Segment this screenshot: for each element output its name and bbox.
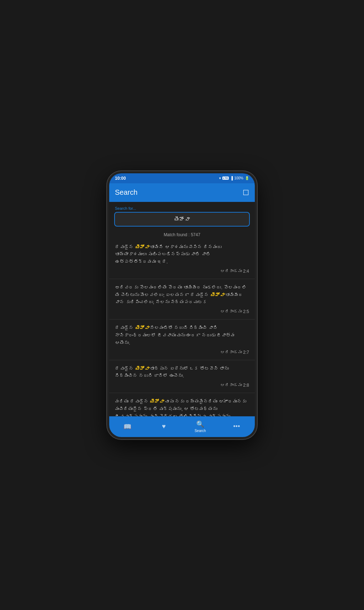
result-highlight: యెహోవా — [135, 325, 149, 331]
search-area: Search for... యెహోవా — [109, 202, 255, 229]
result-text-before: మరియు దేవుడైన — [115, 399, 150, 404]
result-reference: ఆదికాండము 2:4 — [115, 269, 249, 274]
main-content: Search for... యెహోవా Match found : 5747 … — [109, 202, 255, 416]
nav-label-search: Search — [194, 429, 206, 433]
nav-item-search[interactable]: 🔍 Search — [182, 420, 218, 433]
result-highlight: యెహోవా — [150, 399, 163, 404]
bookmark-icon[interactable]: ☐ — [243, 188, 249, 197]
signal-icon: ▐ — [230, 176, 233, 180]
heart-icon: ♥ — [162, 423, 166, 430]
result-text: దేవుడైన యెహోవా భూమిని ఆకాశమును చేసిన దిన… — [115, 244, 249, 266]
result-reference: ఆదికాండము 2:7 — [115, 350, 249, 355]
result-text: దేవుడైన యెహోవా తూర్పున ఏదెనులో ఒక తోటవేస… — [115, 365, 249, 380]
match-count: Match found : 5747 — [109, 229, 255, 239]
result-item[interactable]: మరియు దేవుడైన యెహోవా చూపు నకు రమ్యమైనదియ… — [109, 393, 255, 416]
status-icons: ▾ LTE ▐ 100% 🔋 — [219, 176, 249, 180]
result-reference: ఆదికాండము 2:8 — [115, 383, 249, 388]
more-icon: ••• — [233, 423, 240, 430]
lte-badge: LTE — [222, 177, 229, 180]
result-item[interactable]: దేవుడైన యెహోవా తూర్పున ఏదెనులో ఒక తోటవేస… — [109, 360, 255, 393]
app-toolbar: Search ☐ — [109, 183, 255, 202]
nav-item-bible[interactable]: 📖 — [109, 423, 146, 431]
result-text-before: దేవుడైన — [115, 244, 135, 250]
results-list: దేవుడైన యెహోవా భూమిని ఆకాశమును చేసిన దిన… — [109, 239, 255, 416]
result-text: మరియు దేవుడైన యెహోవా చూపు నకు రమ్యమైనదియ… — [115, 398, 249, 416]
bible-icon: 📖 — [123, 423, 131, 431]
result-text: అదివరకు పొలమందలియే పొదయు భూమిమీద నుండలేద… — [115, 284, 249, 306]
battery-percent: 100% — [234, 176, 243, 180]
status-time: 10:00 — [115, 176, 126, 181]
battery-icon: 🔋 — [245, 176, 249, 180]
device-frame: 10:00 ▾ LTE ▐ 100% 🔋 Search ☐ Search for… — [107, 171, 257, 439]
result-text-before: దేవుడైన — [115, 325, 135, 331]
status-bar: 10:00 ▾ LTE ▐ 100% 🔋 — [109, 173, 255, 183]
result-highlight: యెహోవా — [135, 366, 149, 371]
result-highlight: యెహోవా — [210, 292, 224, 298]
search-label: Search for... — [114, 206, 250, 210]
wifi-icon: ▾ — [219, 176, 221, 180]
result-text-before: దేవుడైన — [115, 366, 135, 371]
page-title: Search — [115, 188, 137, 197]
nav-item-favorites[interactable]: ♥ — [146, 423, 182, 430]
search-input[interactable]: యెహోవా — [114, 212, 250, 227]
result-highlight: యెహోవా — [135, 244, 149, 250]
search-icon: 🔍 — [196, 420, 204, 428]
result-text: దేవుడైన యెహోవా నేలమంటితో నరుని నిర్మించి… — [115, 324, 249, 347]
result-reference: ఆదికాండము 2:5 — [115, 309, 249, 314]
result-item[interactable]: దేవుడైన యెహోవా నేలమంటితో నరుని నిర్మించి… — [109, 319, 255, 360]
bottom-nav: 📖 ♥ 🔍 Search ••• — [109, 416, 255, 437]
result-item[interactable]: దేవుడైన యెహోవా భూమిని ఆకాశమును చేసిన దిన… — [109, 239, 255, 279]
result-item[interactable]: అదివరకు పొలమందలియే పొదయు భూమిమీద నుండలేద… — [109, 279, 255, 319]
nav-item-more[interactable]: ••• — [218, 423, 255, 430]
